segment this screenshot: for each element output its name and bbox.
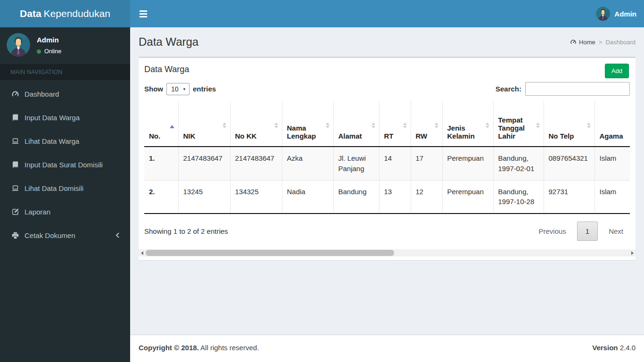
data-warga-table: No. NIK No KK	[144, 101, 630, 214]
sidebar-user-status[interactable]: Online	[37, 48, 61, 55]
entries-label: entries	[193, 85, 216, 93]
navbar-user-menu[interactable]: Admin	[596, 0, 636, 27]
cell-jenis-kelamin: Perempuan	[442, 180, 493, 214]
hamburger-icon	[140, 10, 147, 17]
cell-rt: 14	[379, 147, 411, 180]
column-header-alamat[interactable]: Alamat	[333, 101, 379, 147]
page-length-control: Show 10 ▼ entries	[144, 83, 216, 95]
table-row: 2. 13245 134325 Nadia Bandung 13 12 Pere…	[144, 180, 630, 214]
brand-logo[interactable]: Data Kependudukan	[0, 0, 130, 27]
table-scroll-area: No. NIK No KK	[144, 101, 630, 214]
data-warga-box: Data Warga Add Show 10 ▼ entries	[139, 57, 636, 260]
book-icon	[10, 160, 20, 169]
previous-page-button[interactable]: Previous	[532, 222, 572, 240]
sidebar-toggle-button[interactable]	[130, 0, 157, 27]
cell-tempat-tanggal-lahir: Bandung, 1997-02-01	[493, 147, 544, 180]
cell-agama: Islam	[594, 147, 630, 180]
laptop-icon	[10, 184, 20, 192]
sort-icon	[486, 123, 489, 128]
cell-no-telp: 92731	[544, 180, 594, 214]
footer-copyright: Copyright © 2018. All rights reserved.	[139, 344, 259, 352]
sidebar-item-laporan[interactable]: Laporan	[0, 200, 130, 223]
cell-no: 1.	[144, 147, 178, 180]
tachometer-icon	[570, 39, 577, 45]
sort-icon	[435, 123, 438, 128]
sidebar-item-cetak-dokumen[interactable]: Cetak Dokumen	[0, 223, 130, 247]
online-status-icon	[37, 49, 41, 54]
sidebar-item-label: Lihat Data Domisili	[25, 184, 83, 192]
search-input[interactable]	[525, 82, 630, 96]
scroll-left-arrow-icon[interactable]	[139, 249, 145, 256]
page-length-select[interactable]: 10	[166, 83, 190, 95]
edit-icon	[10, 207, 20, 216]
add-button[interactable]: Add	[605, 64, 629, 78]
sidebar-user-avatar	[7, 33, 30, 57]
breadcrumb-current: Dashboard	[605, 39, 636, 46]
cell-nik: 13245	[178, 180, 230, 214]
cell-no-kk: 2147483647	[230, 147, 282, 180]
horizontal-scrollbar[interactable]	[139, 249, 636, 256]
sidebar-item-input-data-warga[interactable]: Input Data Warga	[0, 106, 130, 129]
breadcrumb-home-link[interactable]: Home	[570, 39, 595, 46]
sidebar-item-lihat-data-warga[interactable]: Lihat Data Warga	[0, 129, 130, 153]
cell-no-telp: 0897654321	[544, 147, 594, 180]
cell-nik: 2147483647	[178, 147, 230, 180]
navbar-user-avatar	[596, 7, 610, 21]
column-header-tempat-tanggal-lahir[interactable]: Tempat Tanggal Lahir	[493, 101, 544, 147]
sort-icon	[274, 123, 278, 128]
sidebar-item-label: Dashboard	[25, 90, 59, 98]
sidebar-item-label: Lihat Data Warga	[25, 137, 79, 145]
search-label: Search:	[495, 85, 521, 93]
page-title: Data Warga	[139, 35, 198, 49]
navbar-user-name: Admin	[614, 10, 636, 18]
table-row: 1. 2147483647 2147483647 Azka Jl. Leuwi …	[144, 147, 630, 180]
scrollbar-thumb[interactable]	[146, 250, 394, 256]
pagination: Previous 1 Next	[532, 222, 630, 241]
column-header-no[interactable]: No.	[144, 101, 178, 147]
sort-ascending-icon	[170, 125, 174, 128]
brand-logo-bold: Data	[20, 8, 41, 19]
page-1-button[interactable]: 1	[577, 222, 598, 241]
sort-icon	[536, 123, 540, 128]
column-header-nama-lengkap[interactable]: Nama Lengkap	[282, 101, 333, 147]
sort-icon	[326, 123, 330, 128]
scroll-right-arrow-icon[interactable]	[629, 249, 636, 256]
breadcrumb-separator: >	[599, 39, 603, 46]
column-header-no-kk[interactable]: No KK	[230, 101, 282, 147]
cell-nama-lengkap: Azka	[282, 147, 333, 180]
cell-rt: 13	[379, 180, 411, 214]
table-header-row: No. NIK No KK	[144, 101, 630, 147]
laptop-icon	[10, 137, 20, 145]
sort-icon	[223, 123, 226, 128]
cell-alamat: Bandung	[333, 180, 379, 214]
cell-alamat: Jl. Leuwi Panjang	[333, 147, 379, 180]
column-header-no-telp[interactable]: No Telp	[544, 101, 594, 147]
box-title: Data Warga	[144, 65, 189, 74]
cell-jenis-kelamin: Perempuan	[442, 147, 493, 180]
sort-icon	[403, 123, 407, 128]
show-label: Show	[144, 85, 163, 93]
sidebar-section-header: MAIN NAVIGATION	[0, 64, 130, 80]
next-page-button[interactable]: Next	[602, 222, 630, 240]
content-wrapper: Data Warga Home > Dashboard Data Warga A…	[130, 0, 644, 335]
sidebar-item-dashboard[interactable]: Dashboard	[0, 82, 130, 106]
sort-icon	[587, 123, 591, 128]
top-navbar: Data Kependudukan Admin	[0, 0, 644, 27]
sidebar-item-input-data-surat-domisili[interactable]: Input Data Surat Domisili	[0, 153, 130, 176]
column-header-jenis-kelamin[interactable]: Jenis Kelamin	[442, 101, 493, 147]
column-header-nik[interactable]: NIK	[178, 101, 230, 147]
cell-rw: 12	[411, 180, 442, 214]
chevron-left-icon	[115, 232, 120, 238]
column-header-agama[interactable]: Agama	[594, 101, 630, 147]
printer-icon	[10, 231, 20, 239]
cell-nama-lengkap: Nadia	[282, 180, 333, 214]
sidebar-item-lihat-data-domisili[interactable]: Lihat Data Domisili	[0, 176, 130, 200]
cell-rw: 17	[411, 147, 442, 180]
breadcrumb-home-label: Home	[579, 39, 595, 46]
footer: Copyright © 2018. All rights reserved. V…	[130, 335, 644, 362]
cell-no-kk: 134325	[230, 180, 282, 214]
tachometer-icon	[10, 90, 20, 98]
column-header-rw[interactable]: RW	[411, 101, 442, 147]
column-header-rt[interactable]: RT	[379, 101, 411, 147]
cell-agama: Islam	[594, 180, 630, 214]
